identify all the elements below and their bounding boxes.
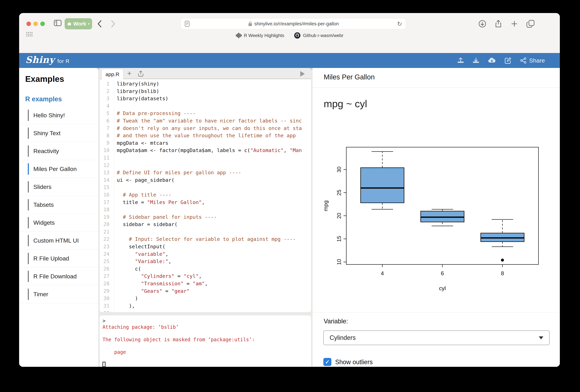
code-line: 19 # Sidebar panel for inputs ----: [100, 213, 311, 221]
variable-label: Variable:: [324, 318, 348, 325]
bookmark-github-webr[interactable]: Github r-wasm/webr: [294, 32, 343, 39]
code-text: library(shiny): [110, 80, 159, 88]
code-text: mpgData <- mtcars: [110, 139, 168, 147]
downloads-icon[interactable]: [478, 20, 486, 28]
sidebar-item-widgets[interactable]: Widgets: [19, 214, 98, 232]
line-number: 10: [100, 147, 110, 154]
line-number: 18: [100, 206, 110, 213]
code-text: [110, 184, 120, 191]
code-line: 26 c(: [100, 265, 311, 273]
code-line: 11: [100, 154, 311, 162]
reload-icon[interactable]: ↻: [397, 20, 402, 27]
code-line: 9mpgData <- mtcars: [100, 139, 311, 147]
close-window-button[interactable]: [26, 21, 31, 26]
sidebar-section-title[interactable]: R examples: [25, 95, 62, 103]
shiny-logo[interactable]: Shiny for R: [25, 54, 69, 65]
github-icon: [294, 32, 300, 39]
show-outliers-checkbox[interactable]: ✓: [323, 358, 331, 366]
console-line: [103, 343, 255, 349]
address-bar[interactable]: shinylive.io/r/examples/#miles-per-gallo…: [181, 18, 406, 29]
tab-overview-icon[interactable]: [526, 20, 535, 28]
line-number: 9: [100, 139, 110, 147]
sidebar-item-label: Tabsets: [33, 201, 54, 208]
code-line: 13# Define UI for miles per gallon app -…: [100, 169, 311, 176]
line-number: 22: [100, 236, 110, 243]
line-number: 12: [100, 162, 110, 169]
sidebar-item-label: Timer: [33, 291, 48, 298]
zoom-window-button[interactable]: [40, 21, 45, 26]
share-icon[interactable]: [494, 20, 502, 28]
add-file-icon[interactable]: +: [127, 70, 132, 77]
svg-text:25: 25: [336, 190, 342, 195]
upload-file-icon[interactable]: [457, 57, 464, 64]
sidebar-toggle-icon[interactable]: [54, 20, 61, 27]
code-text: "variable",: [110, 250, 168, 258]
code-editor[interactable]: 1library(shiny)2library(bslib)3library(d…: [100, 79, 311, 312]
svg-text:15: 15: [336, 236, 342, 242]
code-line: 25 "Variable:",: [100, 258, 311, 265]
variable-select[interactable]: Cylinders: [323, 330, 550, 345]
url-text: shinylive.io/r/examples/#miles-per-gallo…: [254, 21, 339, 27]
variable-select-value: Cylinders: [330, 334, 356, 341]
line-number: 31: [100, 302, 110, 310]
sidebar-item-r-file-upload[interactable]: R File Upload: [19, 250, 98, 267]
line-number: 13: [100, 169, 110, 176]
upload-to-editor-icon[interactable]: [138, 70, 144, 78]
sidebar-item-label: R File Upload: [33, 255, 69, 262]
line-number: 7: [100, 125, 110, 132]
cloud-download-icon[interactable]: [488, 57, 496, 64]
svg-text:8: 8: [501, 270, 504, 276]
code-line: 6# Tweak the "am" variable to have nicer…: [100, 117, 311, 125]
minimize-window-button[interactable]: [33, 21, 38, 26]
r-console[interactable]: >Attaching package: ‘bslib’ The followin…: [100, 315, 311, 367]
share-app-button[interactable]: Share: [520, 57, 545, 64]
code-text: "Gears" = "gear": [110, 287, 190, 295]
sidebar-item-custom-html-ui[interactable]: Custom HTML UI: [19, 232, 98, 250]
code-line: 24 "variable",: [100, 250, 311, 258]
back-button[interactable]: [97, 19, 103, 29]
code-text: title = "Miles Per Gallon",: [110, 199, 205, 206]
download-file-icon[interactable]: [472, 57, 479, 64]
mpg-boxplot: 1015202530468cylmpg: [322, 131, 548, 307]
sidebar-item-reactivity[interactable]: Reactivity: [19, 142, 98, 160]
browser-window: Work ▾ shinylive.io/r/examples/#miles-pe…: [19, 13, 560, 367]
console-line: The following object is masked from ‘pac…: [103, 337, 255, 343]
forward-button[interactable]: [110, 19, 116, 29]
sidebar-item-r-file-download[interactable]: R File Download: [19, 267, 98, 285]
reader-icon[interactable]: [184, 20, 190, 27]
sidebar-item-tabsets[interactable]: Tabsets: [19, 196, 98, 214]
code-line: 4: [100, 102, 311, 110]
code-line: 20 sidebar = sidebar(: [100, 221, 311, 228]
item-accent-bar: [28, 271, 29, 282]
svg-text:4: 4: [381, 270, 384, 276]
item-accent-bar: [28, 163, 29, 175]
svg-text:mpg: mpg: [322, 200, 329, 211]
line-number: 24: [100, 250, 110, 258]
sidebar-item-sliders[interactable]: Sliders: [19, 178, 98, 196]
bookmark-r-weekly[interactable]: R Weekly Highlights: [236, 32, 284, 38]
sidebar-item-shiny-text[interactable]: Shiny Text: [19, 124, 98, 142]
run-app-button[interactable]: [300, 71, 305, 77]
svg-text:20: 20: [336, 213, 342, 219]
code-text: # and then use the value throughout the …: [110, 132, 296, 139]
code-line: 14ui <- page_sidebar(: [100, 176, 311, 184]
code-text: sidebar = sidebar(: [110, 221, 177, 228]
app-viewer-panel: Miles Per Gallon mpg ~ cyl 1015202530468…: [313, 68, 560, 367]
line-number: 1: [100, 80, 110, 88]
sidebar-item-miles-per-gallon[interactable]: Miles Per Gallon: [19, 160, 98, 178]
console-line: >: [103, 318, 255, 324]
code-line: 21: [100, 228, 311, 236]
sidebar-item-timer[interactable]: Timer: [19, 285, 98, 303]
console-cursor: [103, 362, 106, 367]
code-line: 16 # App title ----: [100, 191, 311, 199]
line-number: 26: [100, 265, 110, 273]
profile-button[interactable]: Work ▾: [65, 18, 92, 29]
item-accent-bar: [28, 145, 29, 157]
new-tab-icon[interactable]: [510, 20, 519, 28]
bookmark-label: R Weekly Highlights: [244, 33, 284, 38]
edit-icon[interactable]: [504, 57, 512, 64]
app-title: Miles Per Gallon: [324, 73, 375, 81]
tab-app-r[interactable]: app.R: [102, 69, 123, 79]
select-caret-icon: [539, 336, 543, 339]
sidebar-item-hello-shiny[interactable]: Hello Shiny!: [19, 106, 98, 124]
